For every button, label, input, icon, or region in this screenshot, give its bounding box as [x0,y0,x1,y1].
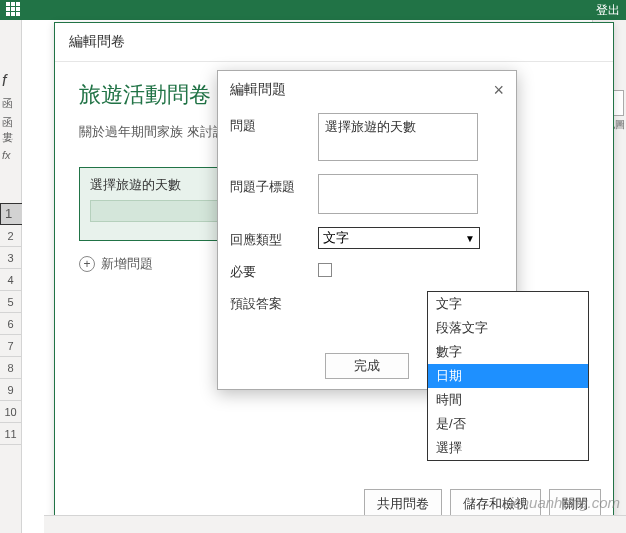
dropdown-option[interactable]: 日期 [428,364,588,388]
required-field-label: 必要 [230,259,318,281]
dropdown-option[interactable]: 時間 [428,388,588,412]
row-header[interactable]: 8 [0,357,21,379]
panel-header: 編輯問卷 [55,23,613,62]
response-type-select[interactable]: 文字 ▼ [318,227,480,249]
top-bar: 登出 [0,0,626,20]
row-header[interactable]: 11 [0,423,21,445]
fx-symbol: f [0,68,21,94]
question-field-label: 問題 [230,113,318,164]
dropdown-option[interactable]: 選擇 [428,436,588,460]
edit-question-dialog: 編輯問題 × 問題 問題子標題 回應類型 文字 ▼ [217,70,517,390]
dropdown-option[interactable]: 文字 [428,292,588,316]
done-button[interactable]: 完成 [325,353,409,379]
row-headers: 1 2 3 4 5 6 7 8 9 10 11 [0,203,21,445]
dropdown-option[interactable]: 段落文字 [428,316,588,340]
select-value: 文字 [323,229,349,247]
dropdown-option[interactable]: 數字 [428,340,588,364]
close-icon[interactable]: × [493,81,504,99]
dropdown-option[interactable]: 是/否 [428,412,588,436]
row-header[interactable]: 4 [0,269,21,291]
response-type-dropdown: 文字段落文字數字日期時間是/否選擇 [427,291,589,461]
row-header[interactable]: 5 [0,291,21,313]
add-question-label: 新增問題 [101,255,153,273]
plus-icon: + [79,256,95,272]
dialog-title: 編輯問題 [230,81,286,99]
subtitle-input[interactable] [318,174,478,214]
apps-icon[interactable] [6,2,22,18]
row-header[interactable]: 9 [0,379,21,401]
row-header[interactable]: 2 [0,225,21,247]
subtitle-field-label: 問題子標題 [230,174,318,217]
type-field-label: 回應類型 [230,227,318,249]
row-header[interactable]: 7 [0,335,21,357]
row-header[interactable]: 3 [0,247,21,269]
chevron-down-icon: ▼ [465,233,475,244]
fx-sub2: 函婁 [0,113,21,147]
default-field-label: 預設答案 [230,291,318,313]
row-header[interactable]: 10 [0,401,21,423]
question-input[interactable] [318,113,478,161]
fx-sub1: 函 [0,94,21,113]
logout-link[interactable]: 登出 [596,2,620,19]
left-gutter: f 函 函婁 fx 1 2 3 4 5 6 7 8 9 10 11 [0,20,22,533]
status-bar [44,515,626,533]
required-checkbox[interactable] [318,263,332,277]
row-header[interactable]: 6 [0,313,21,335]
fx-note: fx [0,147,21,163]
